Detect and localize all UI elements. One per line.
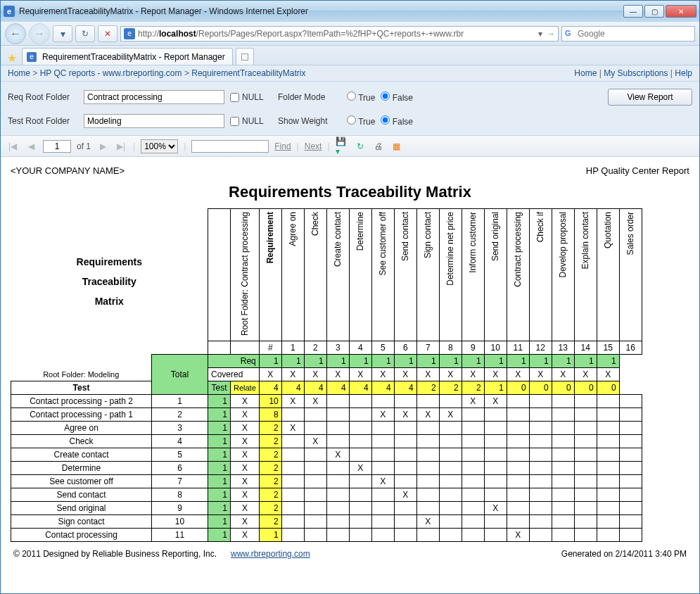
table-row: Contact processing - path 121X8XXXX (11, 408, 642, 422)
page-input[interactable] (43, 140, 71, 153)
minimize-button[interactable]: — (623, 5, 643, 18)
parameter-panel: Req Root Folder NULL Folder Mode True Fa… (1, 82, 699, 136)
folder-mode-false[interactable] (381, 91, 390, 101)
show-weight-true[interactable] (347, 115, 356, 125)
search-box[interactable]: G (561, 26, 695, 42)
url-text: http://localhost/Reports/Pages/Report.as… (138, 29, 538, 39)
show-weight-label: Show Weight (278, 116, 341, 126)
browser-toolbar: ← → ▾ ↻ ✕ e http://localhost/Reports/Pag… (1, 22, 699, 46)
link-home[interactable]: Home (574, 68, 597, 78)
test-root-label: Test Root Folder (8, 116, 78, 126)
table-row: Sign contact101X2X (11, 515, 642, 529)
view-report-button[interactable]: View Report (608, 89, 692, 106)
tab-favicon: e (27, 52, 37, 62)
newtab-icon (241, 53, 248, 61)
table-row: See customer off71X2X (11, 475, 642, 488)
google-icon: G (565, 29, 575, 39)
link-subs[interactable]: My Subscriptions (604, 68, 668, 78)
report-manager-breadcrumb: Home > HP QC reports - www.rbreporting.c… (1, 65, 699, 82)
table-row: Check41X2X (11, 435, 642, 448)
table-row: Send original91X2X (11, 502, 642, 515)
link-help[interactable]: Help (675, 68, 692, 78)
bc-home[interactable]: Home (8, 68, 30, 78)
test-null-checkbox[interactable] (230, 117, 239, 126)
table-row: Determine61X2X (11, 462, 642, 475)
folder-mode-label: Folder Mode (278, 92, 341, 102)
report-toolbar: |◀ ◀ of 1 ▶ ▶| | 100% | Find | Next | 💾▾… (1, 136, 699, 157)
table-row: Create contact51X2X (11, 448, 642, 462)
folder-mode-true[interactable] (347, 91, 356, 101)
show-weight-false[interactable] (381, 115, 390, 125)
company-name: <YOUR COMPANY NAME> (11, 165, 125, 176)
find-input[interactable] (191, 140, 269, 153)
table-row: Agree on31X2X (11, 422, 642, 435)
maximize-button[interactable]: ▢ (644, 5, 664, 18)
next-page-icon[interactable]: ▶ (96, 140, 109, 153)
dropdown-button[interactable]: ▾ (53, 25, 72, 42)
back-button[interactable]: ← (5, 23, 26, 44)
zoom-select[interactable]: 100% (141, 139, 178, 153)
table-row: Contact processing - path 211X10XXXX (11, 395, 642, 408)
table-row: Contact processing111X1X (11, 529, 642, 542)
table-row: Send contact81X2X (11, 488, 642, 502)
bc-folder[interactable]: HP QC reports - www.rbreporting.com (40, 68, 182, 78)
refresh-report-icon[interactable]: ↻ (354, 140, 367, 153)
forward-button[interactable]: → (29, 23, 50, 44)
prev-page-icon[interactable]: ◀ (25, 140, 37, 153)
bc-report[interactable]: RequirementTraceabilityMatrix (191, 68, 305, 78)
refresh-button[interactable]: ↻ (75, 25, 95, 42)
first-page-icon[interactable]: |◀ (6, 140, 19, 153)
export-data-icon[interactable]: ▦ (390, 140, 403, 153)
browser-tab[interactable]: e RequirementTraceabilityMatrix - Report… (22, 48, 233, 65)
new-tab-button[interactable] (236, 48, 254, 65)
app-favicon: e (4, 6, 15, 17)
test-root-input[interactable] (84, 114, 224, 128)
tab-strip: ★ e RequirementTraceabilityMatrix - Repo… (1, 46, 699, 65)
footer-copy: © 2011 Designed by Reliable Business Rep… (13, 549, 217, 559)
stop-button[interactable]: ✕ (98, 25, 117, 42)
next-link[interactable]: Next (305, 141, 322, 151)
search-input[interactable] (578, 29, 692, 39)
traceability-matrix: RequirementsTraceabilityMatrixRoot Folde… (11, 208, 642, 542)
footer-generated: Generated on 2/14/2011 3:40 PM (561, 549, 687, 559)
print-icon[interactable]: 🖨 (372, 140, 385, 153)
export-icon[interactable]: 💾▾ (336, 140, 348, 153)
report-title: Requirements Traceability Matrix (11, 183, 689, 201)
report-subtitle: HP Quality Center Report (586, 165, 689, 176)
url-dropdown-icon[interactable]: ▾ (538, 29, 542, 39)
page-of-label: of 1 (77, 141, 91, 151)
report-footer: © 2011 Designed by Reliable Business Rep… (11, 542, 689, 559)
go-button[interactable]: → (547, 29, 555, 39)
window-title: RequirementTraceabilityMatrix - Report M… (19, 6, 623, 16)
favorites-icon[interactable]: ★ (5, 51, 19, 65)
req-root-input[interactable] (84, 90, 224, 104)
close-button[interactable]: ✕ (666, 5, 696, 18)
req-root-label: Req Root Folder (8, 92, 78, 102)
address-bar[interactable]: e http://localhost/Reports/Pages/Report.… (120, 26, 559, 42)
window-titlebar: e RequirementTraceabilityMatrix - Report… (1, 1, 699, 22)
req-null-checkbox[interactable] (230, 93, 239, 102)
tab-title: RequirementTraceabilityMatrix - Report M… (42, 52, 225, 62)
last-page-icon[interactable]: ▶| (115, 140, 127, 153)
report-body: <YOUR COMPANY NAME> HP Quality Center Re… (1, 157, 699, 593)
page-icon: e (124, 28, 135, 39)
find-link[interactable]: Find (274, 141, 291, 151)
footer-link[interactable]: www.rbreporting.com (231, 549, 310, 559)
